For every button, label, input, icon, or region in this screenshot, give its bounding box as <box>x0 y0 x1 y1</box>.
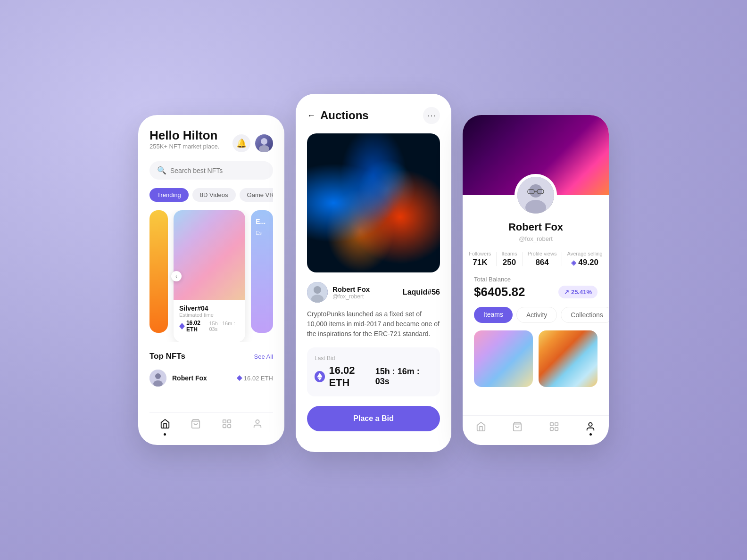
nav3-user[interactable] <box>585 421 596 436</box>
nft-price: 16.02 ETH <box>179 320 209 333</box>
search-input[interactable] <box>170 167 266 174</box>
nft-price-row: 16.02 ETH 15h : 16m : 03s <box>179 320 240 333</box>
svg-rect-25 <box>550 428 553 430</box>
stat-avg-selling: Average selling ◈ 49.20 <box>567 251 603 267</box>
filter-game-vr[interactable]: Game VR <box>240 188 273 202</box>
see-all-link[interactable]: See All <box>254 353 273 360</box>
svg-point-1 <box>259 145 269 152</box>
nav-user[interactable] <box>252 419 263 436</box>
top-nfts-section: Top NFTs See All Robert Fox <box>149 352 273 389</box>
bag-icon-3 <box>512 421 523 432</box>
profile-tabs: Iteams Activity Collections <box>463 307 609 323</box>
auction-description: CryptoPunks launched as a fixed set of 1… <box>307 309 440 339</box>
nav-home-dot <box>164 433 166 436</box>
bottom-nav <box>149 412 273 445</box>
top-nfts-title: Top NFTs <box>149 352 185 361</box>
profile-handle: @fox_robert <box>474 235 598 242</box>
back-button[interactable]: ← Auctions <box>307 109 369 122</box>
screen1-home: Hello Hilton 255K+ NFT market place. 🔔 <box>138 115 284 445</box>
nav3-chart[interactable] <box>549 421 559 436</box>
screen2-auctions: ← Auctions ⋯ <box>296 94 451 452</box>
notification-icon[interactable]: 🔔 <box>232 134 250 152</box>
bid-section: Last Bid 16.02 ETH 15h : 16m : 03s <box>307 347 440 396</box>
nav-home[interactable] <box>160 419 170 436</box>
place-bid-button[interactable]: Place a Bid <box>307 406 440 431</box>
eth-icon-stat: ◈ <box>571 259 576 266</box>
carousel-prev-arrow[interactable]: ‹ <box>171 271 182 281</box>
nft-countdown: 15h : 16m : 03s <box>209 321 240 332</box>
nft-right-title: E... <box>251 213 273 230</box>
nft-right-subtitle: Es <box>251 230 273 236</box>
more-options-button[interactable]: ⋯ <box>423 107 440 124</box>
nft-card-main[interactable]: Silver#04 Estimated time 16.02 ETH 15h :… <box>174 210 245 342</box>
nav-chart[interactable] <box>222 419 232 436</box>
stats-row: Followers 71K Iteams 250 Profile views 8… <box>463 251 609 267</box>
stat-divider-2 <box>522 252 523 266</box>
svg-rect-8 <box>223 425 226 428</box>
bid-row: 16.02 ETH 15h : 16m : 03s <box>315 364 432 389</box>
user-icon <box>252 419 263 432</box>
nav3-home[interactable] <box>476 421 486 436</box>
stat-divider-1 <box>496 252 497 266</box>
svg-rect-6 <box>223 420 226 423</box>
bid-amount: 16.02 ETH <box>315 364 375 389</box>
nav3-bag[interactable] <box>512 421 523 436</box>
home-icon-3 <box>476 421 486 432</box>
bag-icon <box>191 419 201 432</box>
seller-info: Robert Fox @fox_robert <box>307 282 370 303</box>
balance-amount: $6405.82 <box>474 285 525 299</box>
top-nfts-header: Top NFTs See All <box>149 352 273 361</box>
filter-trending[interactable]: Trending <box>149 188 189 202</box>
nft-title: Silver#04 <box>179 305 240 312</box>
search-bar[interactable]: 🔍 <box>149 161 273 180</box>
filter-8d-videos[interactable]: 8D Videos <box>192 188 236 202</box>
svg-point-0 <box>261 138 267 145</box>
nft-list-price: 16.02 ETH <box>237 375 273 382</box>
tab-iteams[interactable]: Iteams <box>474 307 513 323</box>
gallery-item-1[interactable] <box>474 330 533 387</box>
gallery-image-1 <box>474 330 533 387</box>
eth-icon-small <box>237 375 242 381</box>
seller-avatar <box>307 282 328 303</box>
header-icons: 🔔 <box>232 134 273 152</box>
nft-card-left[interactable] <box>149 210 168 333</box>
gallery-item-2[interactable] <box>539 330 598 387</box>
nav-bag[interactable] <box>191 419 201 436</box>
nft-list-avatar <box>149 370 166 387</box>
auction-image-container <box>307 133 440 272</box>
nav3-user-dot <box>589 433 592 436</box>
svg-point-12 <box>314 286 321 294</box>
filter-tabs: Trending 8D Videos Game VR Digi <box>149 188 273 202</box>
home-icon <box>160 419 170 432</box>
user-avatar[interactable] <box>255 134 273 152</box>
nft-estimated-label: Estimated time <box>179 312 240 318</box>
seller-handle: @fox_robert <box>332 293 370 300</box>
tab-collections[interactable]: Collections <box>561 307 609 323</box>
svg-rect-7 <box>228 420 231 423</box>
subtitle: 255K+ NFT market place. <box>149 143 219 150</box>
item-id: Laquid#56 <box>403 288 440 296</box>
balance-label: Total Balance <box>474 276 598 283</box>
top-nft-item[interactable]: Robert Fox 16.02 ETH <box>149 367 273 389</box>
seller-name: Robert Fox <box>332 285 370 293</box>
svg-point-17 <box>529 184 542 198</box>
items-label: Iteams <box>502 251 517 256</box>
svg-marker-14 <box>317 373 323 378</box>
countdown-timer: 15h : 16m : 03s <box>375 367 432 387</box>
bottom-nav-profile <box>463 415 609 445</box>
svg-rect-24 <box>555 423 558 426</box>
stat-divider-3 <box>562 252 562 266</box>
seller-text: Robert Fox @fox_robert <box>332 285 370 300</box>
search-icon: 🔍 <box>157 166 166 175</box>
balance-change-text: ↗ 25.41% <box>564 288 592 296</box>
screen2-title: Auctions <box>320 109 369 122</box>
profile-name: Robert Fox <box>474 221 598 233</box>
seller-row: Robert Fox @fox_robert Laquid#56 <box>307 282 440 303</box>
balance-change-badge: ↗ 25.41% <box>558 286 598 298</box>
auction-image <box>307 133 440 272</box>
svg-rect-9 <box>228 425 231 428</box>
nft-card-right[interactable]: E... Es <box>251 210 273 333</box>
screen1-header: Hello Hilton 255K+ NFT market place. 🔔 <box>149 128 273 158</box>
tab-activity[interactable]: Activity <box>516 307 557 323</box>
last-bid-label: Last Bid <box>315 355 432 362</box>
